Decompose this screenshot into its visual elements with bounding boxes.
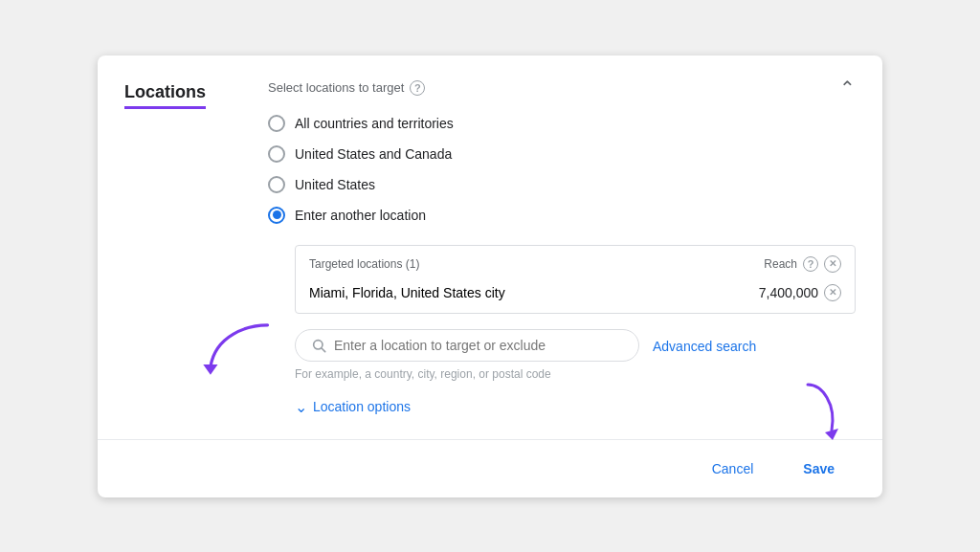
radio-option-us-canada[interactable]: United States and Canada [268, 145, 856, 163]
location-type-text: city [485, 285, 505, 300]
search-input[interactable] [334, 338, 623, 353]
radio-label-all: All countries and territories [295, 116, 454, 131]
help-icon[interactable]: ? [410, 80, 425, 96]
radio-option-other[interactable]: Enter another location [268, 207, 856, 224]
radio-label-us-canada: United States and Canada [295, 146, 452, 162]
save-button[interactable]: Save [782, 453, 856, 484]
targeted-location-row: Miami, Florida, United States city 7,400… [296, 278, 855, 313]
targeted-location-name: Miami, Florida, United States city [309, 285, 505, 300]
collapse-icon[interactable]: ⌃ [839, 78, 856, 98]
reach-value: 7,400,000 [759, 285, 818, 300]
radio-circle-us-canada [268, 145, 285, 163]
location-options-section: ⌄ Location options [295, 398, 856, 416]
search-icon [311, 338, 326, 353]
left-section: Locations [124, 78, 258, 439]
radio-label-us: United States [295, 177, 375, 192]
radio-option-all[interactable]: All countries and territories [268, 115, 856, 132]
reach-label: Reach [764, 257, 797, 271]
search-hint: For example, a country, city, region, or… [295, 367, 856, 381]
reach-close-icon[interactable]: ✕ [824, 255, 841, 273]
targeted-reach-row: 7,400,000 ✕ [759, 284, 841, 301]
right-section: Select locations to target ? ⌃ All count… [258, 78, 856, 439]
cancel-button[interactable]: Cancel [691, 453, 775, 484]
search-section-wrapper: Advanced search [268, 329, 856, 362]
targeted-header-right: Reach ? ✕ [764, 255, 841, 273]
page-title: Locations [124, 82, 206, 109]
location-options-label: Location options [313, 399, 411, 414]
location-name-text: Miami, Florida, United States [309, 285, 481, 300]
location-options-link[interactable]: ⌄ Location options [295, 398, 856, 416]
search-box[interactable] [295, 329, 639, 362]
chevron-down-icon: ⌄ [295, 398, 307, 416]
search-area: Advanced search [295, 329, 856, 362]
targeted-locations-box: Targeted locations (1) Reach ? ✕ Miami, … [295, 245, 856, 314]
reach-help-icon[interactable]: ? [803, 256, 818, 272]
targeted-header-label: Targeted locations (1) [309, 257, 419, 271]
section-label-text: Select locations to target [268, 80, 404, 95]
radio-circle-all [268, 115, 285, 132]
radio-group: All countries and territories United Sta… [268, 115, 856, 224]
card-footer: Cancel Save [98, 439, 882, 497]
targeted-header: Targeted locations (1) Reach ? ✕ [296, 246, 855, 278]
location-remove-icon[interactable]: ✕ [824, 284, 841, 301]
svg-line-2 [322, 348, 325, 352]
advanced-search-link[interactable]: Advanced search [653, 329, 756, 354]
radio-option-us[interactable]: United States [268, 176, 856, 193]
section-header: Select locations to target ? ⌃ [268, 78, 856, 98]
radio-label-other: Enter another location [295, 208, 426, 223]
locations-card: Locations Select locations to target ? ⌃… [98, 55, 882, 497]
radio-circle-us [268, 176, 285, 193]
section-label: Select locations to target ? [268, 80, 425, 96]
radio-circle-other [268, 207, 285, 224]
